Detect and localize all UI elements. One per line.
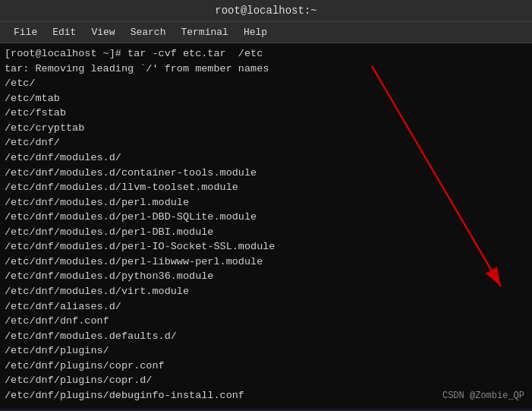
terminal-line: /etc/dnf/modules.defaults.d/ bbox=[5, 329, 527, 344]
menu-terminal[interactable]: Terminal bbox=[173, 25, 235, 40]
terminal-line: /etc/dnf/modules.d/perl-DBI.module bbox=[5, 225, 527, 240]
menu-edit[interactable]: Edit bbox=[45, 25, 83, 40]
menu-view[interactable]: View bbox=[83, 25, 122, 40]
watermark: CSDN @Zombie_QP bbox=[442, 390, 524, 403]
menu-search[interactable]: Search bbox=[123, 25, 174, 40]
menu-bar: File Edit View Search Terminal Help bbox=[0, 22, 532, 43]
terminal-line: /etc/dnf/modules.d/llvm-toolset.module bbox=[5, 180, 527, 195]
terminal-line: /etc/dnf/dnf.conf bbox=[5, 314, 527, 329]
terminal-line: /etc/crypttab bbox=[5, 121, 527, 136]
terminal-line: /etc/ bbox=[5, 76, 527, 91]
terminal-line: /etc/dnf/ bbox=[5, 135, 527, 150]
terminal-line: /etc/dnf/plugins/copr.d/ bbox=[5, 373, 527, 388]
terminal-line: /etc/dnf/modules.d/ bbox=[5, 150, 527, 166]
terminal-line: /etc/dnf/plugins/copr.conf bbox=[5, 359, 527, 374]
terminal-line: /etc/dnf/modules.d/perl-libwww-perl.modu… bbox=[5, 255, 527, 270]
title-bar: root@localhost:~ bbox=[0, 0, 532, 22]
terminal-line: /etc/dnf/modules.d/perl-IO-Socket-SSL.mo… bbox=[5, 239, 527, 255]
title-text: root@localhost:~ bbox=[215, 5, 316, 17]
terminal-line: /etc/dnf/plugins/ bbox=[5, 343, 527, 359]
terminal-line: /etc/dnf/modules.d/container-tools.modul… bbox=[5, 166, 527, 181]
terminal-line: /etc/dnf/modules.d/perl.module bbox=[5, 195, 527, 210]
terminal-line: /etc/mtab bbox=[5, 91, 527, 106]
terminal-line: /etc/dnf/aliases.d/ bbox=[5, 299, 527, 315]
menu-help[interactable]: Help bbox=[236, 25, 275, 40]
terminal-line: [root@localhost ~]# tar -cvf etc.tar /et… bbox=[5, 46, 527, 62]
terminal-line: /etc/fstab bbox=[5, 106, 527, 121]
terminal-line: /etc/dnf/modules.d/perl-DBD-SQLite.modul… bbox=[5, 210, 527, 225]
terminal-line: /etc/dnf/modules.d/virt.module bbox=[5, 284, 527, 299]
terminal-line: /etc/dnf/modules.d/python36.module bbox=[5, 269, 527, 284]
menu-file[interactable]: File bbox=[6, 25, 45, 40]
terminal-line: tar: Removing leading `/' from member na… bbox=[5, 62, 527, 77]
terminal-body: [root@localhost ~]# tar -cvf etc.tar /et… bbox=[0, 43, 532, 409]
